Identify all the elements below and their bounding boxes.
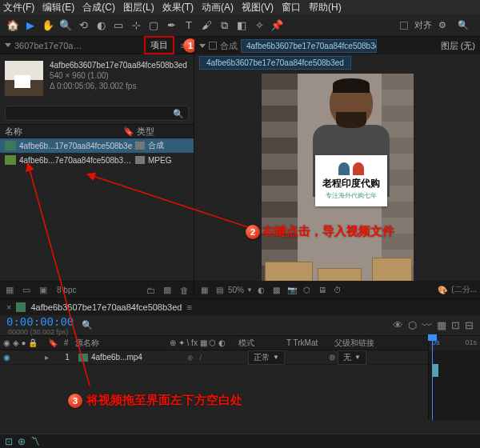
dropdown-icon[interactable] — [5, 43, 11, 47]
orbit-tool-icon[interactable]: ⟲ — [75, 18, 91, 34]
item-type: MPEG — [148, 156, 171, 165]
menu-view[interactable]: 视图(V) — [242, 1, 274, 14]
clip-bar[interactable] — [432, 364, 438, 377]
selection-tool-icon[interactable]: ▶ — [22, 18, 38, 34]
column-tag-icon[interactable]: 🔖 — [121, 126, 137, 137]
composition-panel: 合成 4afbe6b3607be17e70aa84fce508b3ed 图层 (… — [194, 37, 480, 298]
transparency-icon[interactable]: ▩ — [270, 284, 283, 295]
text-tool-icon[interactable]: T — [181, 18, 197, 34]
snapshot-icon[interactable]: 📷 — [286, 284, 298, 295]
grid-icon[interactable]: ▦ — [198, 284, 210, 295]
item-name: 4afbe6b...7e70aa84fce508b3ed.mp4 — [19, 156, 135, 165]
composition-label: 合成 — [220, 40, 238, 52]
list-item[interactable]: 4afbe6b...7e70aa84fce508b3ed.mp4 MPEG — [0, 153, 194, 167]
timeline-panel: × 4afbe6b3607be17e70aa84fce508b3ed ≡ 0:0… — [0, 298, 480, 448]
composition-viewer[interactable]: 老程印度代购 专注海外代购七年 — [262, 74, 414, 294]
menu-effect[interactable]: 效果(T) — [162, 1, 194, 14]
rotation-tool-icon[interactable]: ◐ — [93, 18, 109, 34]
column-type[interactable]: 类型 — [137, 126, 189, 138]
timeline-search-icon[interactable]: 🔍 — [82, 320, 93, 330]
composition-name-badge[interactable]: 4afbe6b3607be17e70aa84fce508b3ed — [241, 39, 377, 53]
roto-tool-icon[interactable]: ✧ — [251, 18, 267, 34]
square-icon[interactable] — [209, 42, 217, 50]
col-mode[interactable]: 模式 — [235, 338, 283, 349]
close-icon[interactable]: × — [6, 302, 11, 312]
menu-composition[interactable]: 合成(C) — [82, 1, 115, 14]
graph-editor-icon[interactable]: 〽 — [30, 436, 40, 447]
snap-checkbox[interactable] — [400, 22, 408, 30]
timecode-frames: 00000 (30.002 fps) — [8, 328, 74, 336]
project-panel-label[interactable]: 项目 — [144, 36, 174, 54]
render-queue-icon[interactable]: ⊕ — [18, 436, 26, 447]
toolbar: 🏠 ▶ ✋ 🔍 ⟲ ◐ ▭ ⊹ ▢ ✒ T 🖌 ⧉ ◧ ✧ 📌 对齐 ⚙ 🔍 — [0, 14, 480, 37]
menu-animation[interactable]: 动画(A) — [202, 1, 234, 14]
folder-icon[interactable]: ▭ — [20, 285, 33, 296]
col-parent[interactable]: 父级和链接 — [331, 338, 378, 349]
bpc-label[interactable]: 8 bpc — [54, 286, 79, 294]
timeline-layer-row[interactable]: ◉ ▸ 1 4afbe6b...mp4 ⊕ / 正常▼ ⊚ 无▼ — [0, 350, 480, 365]
draft-icon[interactable]: ▦ — [437, 319, 446, 331]
graph-icon[interactable]: ⬡ — [408, 319, 417, 331]
new-folder-icon[interactable]: 🗀 — [144, 285, 157, 296]
channel-icon[interactable]: ⬡ — [301, 284, 314, 295]
project-list[interactable]: 4afbe6b...17e70aa84fce508b3e 合成 4afbe6b.… — [0, 138, 194, 281]
motion-blur-icon[interactable]: 〰 — [422, 319, 432, 331]
resolution-value[interactable]: (二分... — [451, 284, 477, 295]
current-timecode[interactable]: 0:00:00:00 — [6, 315, 74, 328]
shape-tool-icon[interactable]: ▢ — [146, 18, 162, 34]
anchor-tool-icon[interactable]: ⊹ — [128, 18, 144, 34]
guides-icon[interactable]: ▤ — [213, 284, 226, 295]
color-icon[interactable]: 🎨 — [436, 284, 449, 295]
zoom-value[interactable]: 50% — [228, 286, 244, 294]
home-icon[interactable]: 🏠 — [5, 18, 21, 34]
annotation-text-2: 右键点击，导入视频文件 — [262, 224, 394, 239]
pen-tool-icon[interactable]: ✒ — [163, 18, 179, 34]
search-icon: 🔍 — [173, 109, 184, 119]
layer-panel-label[interactable]: 图层 (无) — [441, 40, 475, 52]
panel-menu-icon[interactable]: ≡ — [186, 302, 191, 312]
puppet-tool-icon[interactable]: 📌 — [269, 18, 285, 34]
menu-file[interactable]: 文件(F) — [3, 1, 34, 14]
ruler-tick: 01s — [465, 338, 477, 346]
blend-mode-select[interactable]: 正常▼ — [248, 350, 285, 365]
visibility-icon[interactable]: ◉ — [0, 353, 13, 362]
mask-icon[interactable]: ◐ — [255, 284, 268, 295]
menu-window[interactable]: 窗口 — [282, 1, 301, 14]
menu-layer[interactable]: 图层(L) — [123, 1, 154, 14]
project-search-input[interactable] — [5, 106, 189, 121]
menu-edit[interactable]: 编辑(E) — [42, 1, 74, 14]
new-comp-icon[interactable]: ▩ — [161, 285, 174, 296]
zoom-tool-icon[interactable]: 🔍 — [58, 18, 74, 34]
shy-icon[interactable]: 👁 — [393, 319, 403, 331]
trash-icon[interactable]: 🗑 — [178, 285, 190, 296]
collapse-icon[interactable]: ⊟ — [465, 319, 474, 331]
parent-select[interactable]: 无▼ — [338, 350, 366, 365]
timeline-tab-name[interactable]: 4afbe6b3607be17e70aa84fce508b3ed — [30, 302, 182, 312]
toolbar-menu-icon[interactable]: ⚙ — [438, 20, 446, 30]
col-source-name[interactable]: 源名称 — [72, 338, 166, 349]
clone-tool-icon[interactable]: ⧉ — [216, 18, 232, 34]
toolbar-search-icon[interactable]: 🔍 — [458, 20, 469, 30]
col-trkmat[interactable]: T TrkMat — [283, 338, 331, 347]
sign-main-text: 老程印度代购 — [322, 177, 380, 190]
footage-thumbnail[interactable] — [5, 61, 43, 96]
interpret-icon[interactable]: ▦ — [3, 285, 16, 296]
dropdown-icon[interactable] — [199, 44, 206, 48]
type-icon — [135, 142, 145, 150]
list-item[interactable]: 4afbe6b...17e70aa84fce508b3e 合成 — [0, 138, 194, 153]
toggle-icon[interactable]: ⊡ — [5, 436, 13, 447]
item-name: 4afbe6b...17e70aa84fce508b3e — [19, 142, 135, 150]
breadcrumb[interactable]: 4afbe6b3607be17e70aa84fce508b3ed — [199, 56, 351, 70]
column-name[interactable]: 名称 — [5, 126, 121, 138]
eraser-tool-icon[interactable]: ◧ — [234, 18, 250, 34]
thumb-view-icon[interactable]: ▣ — [37, 285, 50, 296]
camera-tool-icon[interactable]: ▭ — [110, 18, 126, 34]
playhead[interactable] — [432, 336, 433, 420]
frame-blend-icon[interactable]: ⊡ — [451, 319, 460, 331]
timecode-icon[interactable]: ⏱ — [331, 284, 344, 295]
exposure-icon[interactable]: 🖥 — [316, 284, 329, 295]
timeline-tracks[interactable]: 0s 01s — [428, 336, 480, 420]
menu-help[interactable]: 帮助(H) — [309, 1, 342, 14]
brush-tool-icon[interactable]: 🖌 — [198, 18, 214, 34]
hand-tool-icon[interactable]: ✋ — [40, 18, 56, 34]
